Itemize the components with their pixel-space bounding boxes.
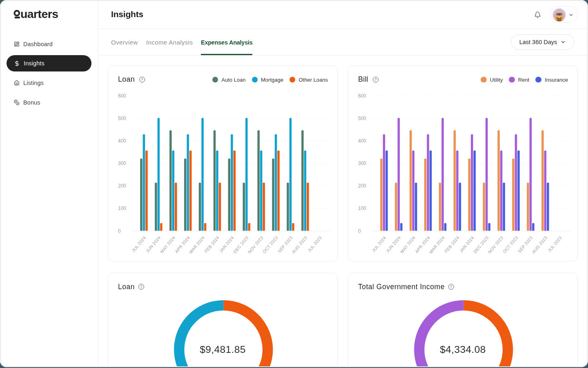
- svg-text:JUL 2024: JUL 2024: [371, 235, 387, 253]
- svg-text:NOV 2023: NOV 2023: [247, 235, 264, 254]
- svg-text:JUL 2023: JUL 2023: [307, 235, 323, 253]
- svg-text:0: 0: [118, 228, 121, 234]
- svg-text:400: 400: [358, 138, 366, 144]
- svg-text:OCT 2023: OCT 2023: [502, 235, 519, 254]
- svg-text:400: 400: [118, 138, 126, 144]
- svg-text:0: 0: [358, 228, 361, 234]
- svg-text:OCT 2023: OCT 2023: [262, 235, 279, 254]
- svg-text:MAR 2024: MAR 2024: [188, 235, 206, 255]
- svg-text:200: 200: [358, 183, 366, 189]
- svg-text:AUG 2023: AUG 2023: [531, 235, 548, 254]
- svg-text:600: 600: [118, 93, 126, 99]
- svg-text:300: 300: [358, 161, 366, 166]
- svg-text:600: 600: [358, 93, 366, 99]
- svg-text:300: 300: [118, 161, 126, 166]
- svg-text:FEB 2024: FEB 2024: [443, 235, 460, 254]
- svg-text:100: 100: [118, 205, 126, 211]
- svg-text:MAY 2024: MAY 2024: [159, 235, 176, 254]
- svg-text:100: 100: [358, 205, 366, 211]
- svg-text:FEB 2024: FEB 2024: [203, 235, 220, 254]
- svg-text:MAY 2024: MAY 2024: [399, 235, 416, 254]
- svg-text:JUL 2024: JUL 2024: [131, 235, 147, 253]
- svg-text:200: 200: [118, 183, 126, 189]
- svg-text:AUG 2023: AUG 2023: [291, 235, 308, 254]
- svg-text:JUL 2023: JUL 2023: [547, 235, 563, 253]
- svg-text:500: 500: [118, 116, 126, 121]
- svg-text:500: 500: [358, 116, 366, 121]
- svg-text:NOV 2023: NOV 2023: [487, 235, 504, 254]
- svg-text:MAR 2024: MAR 2024: [428, 235, 446, 255]
